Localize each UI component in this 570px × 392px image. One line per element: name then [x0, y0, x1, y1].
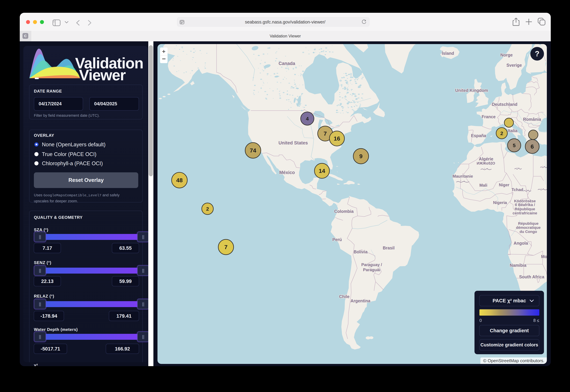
- svg-text:ИЖЖo5⁒O: ИЖЖo5⁒O: [477, 161, 495, 165]
- svg-text:Canada: Canada: [278, 61, 295, 66]
- svg-text:Bolivia: Bolivia: [354, 250, 368, 254]
- svg-text:Viewer: Viewer: [79, 67, 126, 83]
- svg-text:9: 9: [359, 153, 363, 159]
- svg-text:Namibia: Namibia: [510, 263, 526, 268]
- svg-text:Mo: Mo: [541, 254, 547, 259]
- svg-text:14: 14: [319, 168, 325, 174]
- svg-text:Norge: Norge: [500, 53, 513, 57]
- svg-text:74: 74: [250, 147, 256, 154]
- svg-text:Italia: Italia: [508, 128, 518, 133]
- svg-text:16: 16: [334, 135, 340, 142]
- svg-text:Deutschland: Deutschland: [492, 102, 517, 107]
- svg-text:Mali: Mali: [480, 183, 487, 187]
- svg-text:Colombia: Colombia: [334, 209, 354, 214]
- svg-text:7: 7: [224, 244, 228, 250]
- svg-text:République: République: [518, 221, 539, 226]
- svg-text:4: 4: [306, 116, 309, 122]
- svg-text:Paraguái: Paraguái: [363, 267, 380, 272]
- svg-text:démocratique: démocratique: [516, 225, 541, 230]
- svg-text:Sverige: Sverige: [507, 63, 522, 68]
- svg-text:centrafricaine: centrafricaine: [513, 211, 537, 215]
- svg-text:République: République: [515, 207, 535, 211]
- svg-text:Ísland: Ísland: [442, 51, 454, 56]
- svg-text:España: España: [471, 133, 486, 138]
- svg-text:2: 2: [206, 206, 209, 212]
- svg-text:Brasil: Brasil: [383, 246, 395, 250]
- svg-text:48: 48: [176, 177, 183, 183]
- svg-text:Perú: Perú: [332, 237, 342, 242]
- svg-text:7: 7: [324, 130, 327, 137]
- svg-text:Chile: Chile: [339, 294, 349, 299]
- svg-text:tî Bêafrîka /: tî Bêafrîka /: [515, 203, 535, 207]
- svg-text:Angola: Angola: [514, 241, 528, 246]
- svg-text:2: 2: [500, 130, 503, 136]
- svg-text:5: 5: [513, 142, 516, 148]
- svg-text:Nigeria: Nigeria: [493, 200, 507, 205]
- svg-text:Paraguay /: Paraguay /: [361, 262, 382, 267]
- svg-text:United Kingdom: United Kingdom: [455, 88, 488, 93]
- svg-text:Tchad: Tchad: [512, 187, 523, 192]
- svg-text:Mauritanie: Mauritanie: [453, 174, 473, 179]
- svg-text:France: France: [482, 114, 496, 119]
- svg-text:United States: United States: [278, 140, 308, 145]
- svg-text:Algérie: Algérie: [479, 156, 493, 161]
- svg-text:du Congo: du Congo: [520, 229, 537, 234]
- svg-text:Niger: Niger: [499, 182, 509, 187]
- svg-text:South Africa: South Africa: [519, 274, 544, 279]
- svg-text:México: México: [279, 170, 295, 175]
- svg-text:Argentina: Argentina: [351, 298, 371, 303]
- svg-text:6: 6: [531, 143, 534, 150]
- svg-text:România: România: [523, 117, 541, 122]
